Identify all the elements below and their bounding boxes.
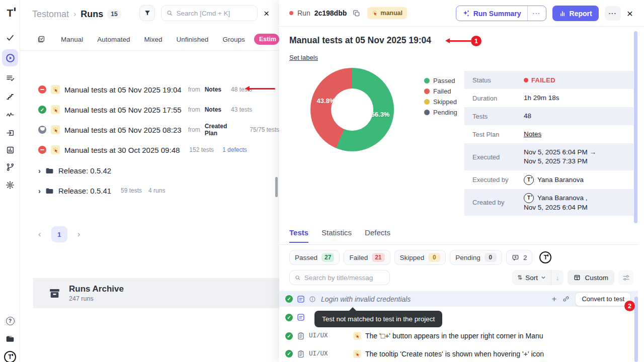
runs-play-icon[interactable] [0,51,20,65]
run-row[interactable]: Manual tests at 05 Nov 2025 08:23 from C… [20,120,279,140]
folder-runs-meta: 4 runs [148,187,165,194]
detail-scrollbar[interactable] [634,31,637,223]
tab-unfinished[interactable]: Unfinished [177,36,209,43]
pagination-page-1[interactable]: 1 [51,226,67,242]
tests-search-input[interactable] [304,274,384,282]
tab-manual[interactable]: Manual [61,36,83,43]
run-meta: 75/75 tests [250,126,279,133]
tests-list: ✓ Login with invalid credentials + Conve… [279,291,638,362]
sort-direction-button[interactable]: ↓ [551,270,564,285]
run-row[interactable]: Manual tests at 05 Nov 2025 19:04 from N… [20,79,279,100]
folder-title: Release: 0.5.41 [58,187,111,195]
tab-automated[interactable]: Automated [97,36,130,43]
manual-run-icon [51,145,60,154]
chip-passed[interactable]: Passed27 [289,250,340,265]
app-root: T ? T [0,0,644,362]
chip-failed[interactable]: Failed21 [344,250,390,265]
help-icon[interactable]: ? [0,314,20,328]
archive-box-icon [48,287,61,300]
tab-statistics[interactable]: Statistics [321,228,352,242]
search-input[interactable] [176,10,252,17]
pagination-prev[interactable]: ‹ [38,229,41,239]
info-row-tests: Tests 48 [464,107,633,125]
list-scrollbar[interactable] [275,177,278,197]
test-row-note[interactable]: ✓ Login with invalid credentials + Conve… [279,291,638,307]
sort-button-group: ⇅ Sort ↓ [512,270,564,285]
funnel-icon [144,10,151,17]
activity-pulse-icon[interactable] [0,108,20,122]
status-failed-icon [38,146,46,154]
estimate-badge[interactable]: Estim [254,34,279,45]
multi-select-icon[interactable] [37,35,45,43]
run-row[interactable]: ✓ Manual tests at 05 Nov 2025 17:55 from… [20,100,279,120]
status-passed-icon: ✓ [285,295,293,303]
convert-to-test-button[interactable]: Convert to test [575,292,631,306]
test-plan-link[interactable]: Notes [524,130,541,139]
copy-icon[interactable] [353,10,360,17]
tasks-check-icon[interactable] [0,31,20,45]
app-logo-icon[interactable]: T [0,6,20,20]
folder-icon [45,166,54,175]
archive-subtitle: 247 runs [69,295,124,302]
run-summary-more-button[interactable]: ··· [527,6,546,21]
report-button[interactable]: Report [552,6,599,21]
tab-defects[interactable]: Defects [365,228,390,242]
link-icon[interactable] [562,295,570,303]
detail-close-button[interactable]: × [627,8,633,19]
set-labels-link[interactable]: Set labels [289,54,318,61]
from-label: from [188,106,200,113]
custom-view-button[interactable]: Custom [568,270,614,285]
tests-scrollbar[interactable] [634,297,638,362]
sort-button[interactable]: ⇅ Sort [512,270,551,285]
run-title: Manual tests at 05 Nov 2025 17:55 [64,106,182,114]
runs-count-badge: 15 [107,10,121,19]
divider [20,50,279,51]
test-title: Login with invalid credentials [321,295,411,303]
filter-button[interactable] [139,5,155,21]
detail-header: Run 2c198dbb manual Run Summary ··· Repo… [279,0,644,27]
filter-settings-button[interactable] [618,270,633,285]
breadcrumb-app[interactable]: Testomat [32,9,69,20]
steps-icon[interactable] [0,89,20,104]
runs-archive-row[interactable]: Runs Archive 247 runs [33,278,279,308]
run-status-dot [289,11,293,15]
release-folder-row[interactable]: › Release: 0.5.41 59 tests 4 runs [20,180,279,201]
chevron-right-icon[interactable]: › [38,166,41,175]
tab-mixed[interactable]: Mixed [144,36,163,43]
legend-dot [424,110,430,115]
run-title: Manual tests at 30 Oct 2025 09:48 [64,146,180,154]
panel-close-button[interactable]: × [264,8,269,19]
run-row[interactable]: Manual tests at 30 Oct 2025 09:48 152 te… [20,140,279,160]
checklist-icon[interactable] [0,71,20,85]
import-icon[interactable] [0,126,20,140]
test-row-case[interactable]: ✓ UI/UX The '□+' button appears in the u… [279,327,638,344]
chip-skipped[interactable]: Skipped0 [394,250,446,265]
chip-comments[interactable]: 2 [506,250,533,265]
projects-folder-icon[interactable] [0,332,20,346]
user-avatar[interactable]: T [0,350,20,362]
run-defects-link[interactable]: 1 defects [222,146,247,153]
chevron-right-icon[interactable]: › [38,187,41,195]
git-branch-icon[interactable] [0,160,20,174]
assignee-avatar[interactable]: T [539,251,551,263]
run-source: Notes [205,106,221,113]
run-detail-panel: Run 2c198dbb manual Run Summary ··· Repo… [279,0,644,362]
table-grid-icon [574,274,581,281]
release-folder-row[interactable]: › Release: 0.5.42 [20,160,279,180]
analytics-icon[interactable] [0,143,20,157]
tab-groups[interactable]: Groups [222,36,245,43]
pagination-next[interactable]: › [77,229,80,239]
tab-tests[interactable]: Tests [289,228,308,243]
run-summary-button[interactable]: Run Summary [456,6,527,21]
note-icon [297,313,305,321]
global-search[interactable] [161,5,258,21]
test-row-case[interactable]: ✓ UI/UX The tooltip 'Create notes' is sh… [279,345,638,362]
panel-more-button[interactable]: ··· [605,6,621,21]
chip-pending[interactable]: Pending0 [450,250,502,265]
manual-test-icon [353,350,361,358]
legend-dot [424,78,430,83]
tests-search[interactable] [289,270,390,285]
add-icon[interactable]: + [552,295,557,303]
settings-gear-icon[interactable] [0,178,20,192]
manual-burst-icon [372,10,378,16]
